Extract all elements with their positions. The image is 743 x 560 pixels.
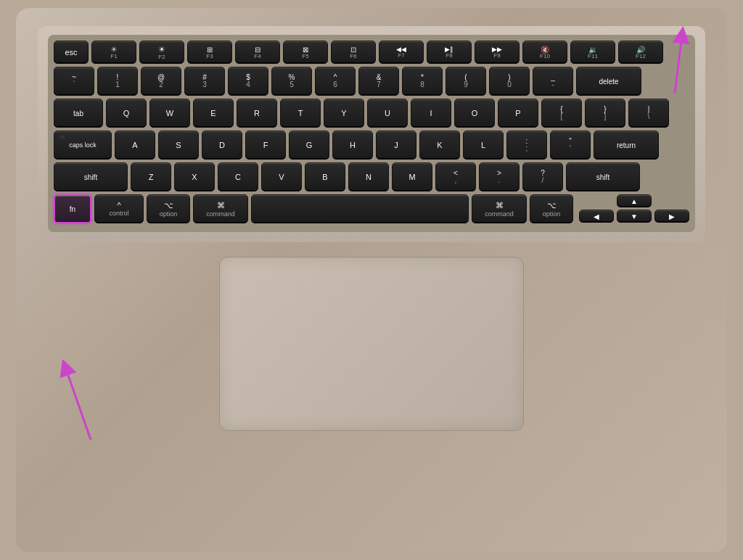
key-option-right[interactable]: ⌥ option — [530, 194, 573, 223]
key-f1[interactable]: ☀ F1 — [91, 41, 136, 64]
key-return[interactable]: return — [594, 131, 659, 160]
key-tab[interactable]: tab — [54, 99, 103, 128]
option-left-label: option — [160, 210, 178, 218]
key-command-right[interactable]: ⌘ command — [472, 194, 527, 223]
key-w[interactable]: W — [149, 99, 190, 128]
key-j[interactable]: J — [376, 131, 416, 160]
function-row: esc ☀ F1 ☀ F2 ⊞ F3 ⊟ F4 — [54, 41, 689, 64]
key-p[interactable]: P — [498, 99, 538, 128]
key-8[interactable]: * 8 — [402, 67, 443, 96]
key-b[interactable]: B — [305, 162, 345, 192]
key-delete[interactable]: delete — [576, 67, 641, 96]
key-c[interactable]: C — [218, 162, 258, 192]
key-x[interactable]: X — [174, 162, 215, 192]
key-arrow-up[interactable]: ▲ — [617, 194, 652, 207]
key-7[interactable]: & 7 — [358, 67, 399, 96]
trackpad — [219, 257, 524, 431]
key-l[interactable]: L — [463, 131, 504, 160]
key-semicolon[interactable]: : ; — [506, 131, 547, 160]
arrow-cluster: ▲ ◀ ▼ ▶ — [579, 194, 689, 223]
number-row: ~ ` ! 1 @ 2 # 3 $ 4 — [54, 67, 689, 96]
key-i[interactable]: I — [411, 99, 451, 128]
key-shift-right[interactable]: shift — [566, 162, 640, 192]
key-u[interactable]: U — [367, 99, 408, 128]
key-t[interactable]: T — [280, 99, 321, 128]
key-r[interactable]: R — [237, 99, 277, 128]
key-4[interactable]: $ 4 — [228, 67, 268, 96]
key-comma[interactable]: < , — [435, 162, 476, 192]
key-5[interactable]: % 5 — [271, 67, 312, 96]
key-esc[interactable]: esc — [54, 41, 89, 64]
zxcv-row: shift Z X C V B N M < , > . ? — [54, 162, 689, 192]
key-d[interactable]: D — [202, 131, 242, 160]
key-f8[interactable]: ▶‖ F8 — [427, 41, 472, 64]
key-9[interactable]: ( 9 — [446, 67, 486, 96]
key-lbracket[interactable]: { [ — [541, 99, 582, 128]
key-rbracket[interactable]: } ] — [585, 99, 625, 128]
key-slash[interactable]: ? / — [522, 162, 563, 192]
qwerty-row: tab Q W E R T Y U I O P { [ } ] — [54, 99, 689, 128]
key-arrow-right[interactable]: ▶ — [654, 210, 689, 223]
key-f3[interactable]: ⊞ F3 — [187, 41, 232, 64]
key-f6[interactable]: ⊡ F6 — [331, 41, 376, 64]
key-f11[interactable]: 🔉 F11 — [570, 41, 615, 64]
key-h[interactable]: H — [332, 131, 373, 160]
capslock-dot — [60, 135, 65, 139]
key-n[interactable]: N — [348, 162, 389, 192]
key-a[interactable]: A — [115, 131, 155, 160]
key-arrow-left[interactable]: ◀ — [579, 210, 614, 223]
key-capslock[interactable]: caps lock — [54, 131, 112, 160]
key-arrow-down[interactable]: ▼ — [617, 210, 652, 223]
key-quote[interactable]: " ' — [550, 131, 591, 160]
key-m[interactable]: M — [392, 162, 432, 192]
key-s[interactable]: S — [158, 131, 199, 160]
key-z[interactable]: Z — [131, 162, 171, 192]
arrow-fn-indicator — [51, 360, 109, 447]
key-option-left[interactable]: ⌥ option — [147, 194, 190, 223]
asdf-row: caps lock A S D F G H J K L : ; " ' — [54, 131, 689, 160]
key-f12[interactable]: 🔊 F12 — [618, 41, 663, 64]
bottom-row: fn ^ control ⌥ option ⌘ command ⌘ — [54, 194, 689, 223]
key-e[interactable]: E — [193, 99, 234, 128]
option-right-label: option — [543, 210, 561, 218]
key-k[interactable]: K — [419, 131, 460, 160]
key-o[interactable]: O — [454, 99, 495, 128]
key-q[interactable]: Q — [106, 99, 147, 128]
key-esc-label: esc — [65, 48, 77, 57]
key-f9[interactable]: ▶▶ F9 — [475, 41, 520, 64]
key-tilde[interactable]: ~ ` — [54, 67, 94, 96]
key-v[interactable]: V — [261, 162, 302, 192]
key-y[interactable]: Y — [324, 99, 364, 128]
key-2[interactable]: @ 2 — [141, 67, 181, 96]
key-0[interactable]: ) 0 — [489, 67, 530, 96]
laptop-body: esc ☀ F1 ☀ F2 ⊞ F3 ⊟ F4 — [16, 8, 727, 552]
key-f5[interactable]: ⊠ F5 — [283, 41, 328, 64]
key-period[interactable]: > . — [479, 162, 520, 192]
key-g[interactable]: G — [289, 131, 329, 160]
key-6[interactable]: ^ 6 — [315, 67, 356, 96]
key-f7[interactable]: ◀◀ F7 — [379, 41, 424, 64]
keyboard-area: esc ☀ F1 ☀ F2 ⊞ F3 ⊟ F4 — [38, 26, 705, 242]
key-backslash[interactable]: | \ — [628, 99, 669, 128]
key-shift-left[interactable]: shift — [54, 162, 128, 192]
key-1[interactable]: ! 1 — [97, 67, 138, 96]
key-f10[interactable]: 🔇 F10 — [522, 41, 567, 64]
key-minus[interactable]: _ - — [533, 67, 573, 96]
svg-line-1 — [65, 367, 91, 440]
key-command-left[interactable]: ⌘ command — [193, 194, 248, 223]
key-3[interactable]: # 3 — [184, 67, 225, 96]
key-fn[interactable]: fn — [54, 194, 91, 223]
keyboard-inner: esc ☀ F1 ☀ F2 ⊞ F3 ⊟ F4 — [48, 35, 695, 232]
key-f[interactable]: F — [245, 131, 286, 160]
key-control[interactable]: ^ control — [94, 194, 144, 223]
key-f2[interactable]: ☀ F2 — [139, 41, 184, 64]
key-f4[interactable]: ⊟ F4 — [235, 41, 280, 64]
key-space[interactable] — [251, 194, 469, 223]
